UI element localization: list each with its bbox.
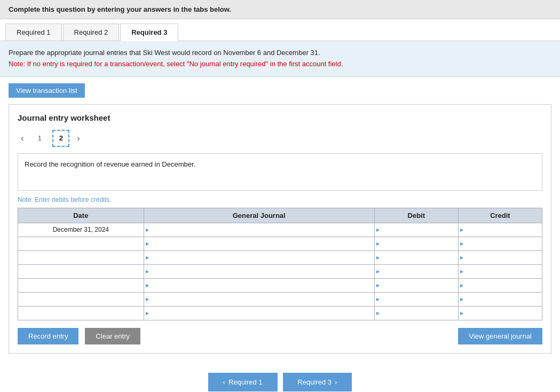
gj-arrow-icon-4: ▶ [146, 283, 149, 288]
debit-cell-4[interactable]: ▶ [374, 278, 458, 292]
gj-input-cell-0[interactable]: ▶ [144, 223, 374, 237]
credit-cell-0[interactable]: ▶ [458, 223, 542, 237]
gj-arrow-icon-3: ▶ [146, 269, 149, 274]
gj-input-cell-2[interactable]: ▶ [144, 250, 374, 264]
gj-input-6[interactable] [144, 307, 374, 320]
credit-input-4[interactable] [459, 279, 542, 292]
debit-arrow-icon-1: ▶ [376, 241, 380, 246]
debit-cell-2[interactable]: ▶ [374, 250, 458, 264]
credit-cell-3[interactable]: ▶ [458, 264, 542, 278]
record-entry-button[interactable]: Record entry [18, 328, 78, 344]
tab-required3[interactable]: Required 3 [120, 23, 178, 41]
journal-worksheet-container: Journal entry worksheet ‹ 1 2 › Record t… [9, 104, 551, 354]
credit-input-2[interactable] [459, 251, 542, 264]
col-header-date: Date [18, 208, 144, 223]
bottom-nav: ‹ Required 1 Required 3 › [0, 364, 560, 392]
debit-arrow-icon-0: ▶ [376, 228, 380, 232]
table-row: ▶▶▶ [18, 306, 542, 320]
table-row: ▶▶▶ [18, 278, 542, 292]
description-box: Record the recognition of revenue earned… [18, 153, 542, 191]
nav-prev-label: Required 1 [228, 378, 263, 386]
credit-cell-1[interactable]: ▶ [458, 237, 542, 250]
gj-arrow-icon-0: ▶ [146, 228, 149, 232]
credit-cell-4[interactable]: ▶ [458, 278, 542, 292]
instruction-main-text: Prepare the appropriate journal entries … [9, 49, 320, 57]
view-transaction-button[interactable]: View transaction list [9, 83, 85, 98]
date-cell-6 [18, 306, 144, 320]
credit-cell-6[interactable]: ▶ [458, 306, 542, 320]
gj-input-5[interactable] [144, 293, 374, 306]
chevron-left-icon: ‹ [223, 378, 225, 386]
button-row: Record entry Clear entry View general jo… [18, 328, 542, 344]
debit-arrow-icon-6: ▶ [376, 311, 380, 316]
col-header-general-journal: General Journal [144, 208, 374, 223]
gj-arrow-icon-2: ▶ [146, 255, 149, 260]
debit-cell-6[interactable]: ▶ [374, 306, 458, 320]
worksheet-title: Journal entry worksheet [18, 113, 542, 122]
date-cell-3 [18, 264, 144, 278]
credit-cell-2[interactable]: ▶ [458, 250, 542, 264]
gj-input-2[interactable] [144, 251, 374, 264]
gj-input-0[interactable] [144, 223, 374, 237]
credit-arrow-icon-4: ▶ [460, 283, 463, 288]
debit-input-2[interactable] [375, 251, 458, 264]
nav-prev-button[interactable]: ‹ Required 1 [208, 373, 278, 391]
credit-arrow-icon-2: ▶ [460, 255, 463, 260]
table-row: ▶▶▶ [18, 237, 542, 250]
table-row: ▶▶▶ [18, 250, 542, 264]
page-2-button[interactable]: 2 [52, 130, 69, 147]
instruction-text: Complete this question by entering your … [9, 5, 231, 13]
debit-input-1[interactable] [375, 237, 458, 250]
credit-arrow-icon-5: ▶ [460, 297, 463, 302]
debit-input-5[interactable] [375, 293, 458, 306]
debit-arrow-icon-4: ▶ [376, 283, 380, 288]
gj-input-1[interactable] [144, 237, 374, 250]
credit-input-3[interactable] [459, 265, 542, 278]
debit-cell-5[interactable]: ▶ [374, 292, 458, 306]
gj-input-4[interactable] [144, 279, 374, 292]
debit-input-3[interactable] [375, 265, 458, 278]
credit-arrow-icon-0: ▶ [460, 228, 463, 232]
debits-note: Note: Enter debits before credits. [18, 196, 542, 203]
debit-input-0[interactable] [375, 223, 458, 237]
table-row: ▶▶▶ [18, 292, 542, 306]
debit-cell-3[interactable]: ▶ [374, 264, 458, 278]
nav-next-button[interactable]: Required 3 › [283, 373, 352, 391]
clear-entry-button[interactable]: Clear entry [85, 328, 140, 344]
gj-arrow-icon-6: ▶ [146, 311, 149, 316]
tab-required2[interactable]: Required 2 [63, 23, 120, 41]
chevron-right-icon: › [335, 378, 337, 386]
table-row: December 31, 2024▶▶▶ [18, 223, 542, 237]
journal-table: Date General Journal Debit Credit Decemb… [18, 208, 542, 320]
credit-input-5[interactable] [459, 293, 542, 306]
gj-input-cell-3[interactable]: ▶ [144, 264, 374, 278]
next-page-button[interactable]: › [74, 132, 83, 144]
gj-input-cell-4[interactable]: ▶ [144, 278, 374, 292]
debit-arrow-icon-3: ▶ [376, 269, 380, 274]
description-text: Record the recognition of revenue earned… [25, 160, 195, 168]
instruction-note: Note: If no entry is required for a tran… [9, 60, 343, 68]
prev-page-button[interactable]: ‹ [18, 132, 27, 144]
date-cell-4 [18, 278, 144, 292]
col-header-credit: Credit [458, 208, 542, 223]
tab-required1[interactable]: Required 1 [5, 23, 62, 41]
date-cell-1 [18, 237, 144, 250]
credit-arrow-icon-1: ▶ [460, 241, 463, 246]
gj-input-cell-1[interactable]: ▶ [144, 237, 374, 250]
debit-input-6[interactable] [375, 307, 458, 320]
debit-input-4[interactable] [375, 279, 458, 292]
instruction-box: Prepare the appropriate journal entries … [0, 41, 560, 77]
gj-input-cell-5[interactable]: ▶ [144, 292, 374, 306]
col-header-debit: Debit [374, 208, 458, 223]
page-1-button[interactable]: 1 [31, 130, 48, 147]
gj-input-3[interactable] [144, 265, 374, 278]
credit-input-6[interactable] [459, 307, 542, 320]
date-cell-0: December 31, 2024 [18, 223, 144, 237]
credit-input-0[interactable] [459, 223, 542, 237]
debit-cell-1[interactable]: ▶ [374, 237, 458, 250]
debit-cell-0[interactable]: ▶ [374, 223, 458, 237]
view-general-journal-button[interactable]: View general journal [458, 328, 542, 344]
gj-input-cell-6[interactable]: ▶ [144, 306, 374, 320]
credit-cell-5[interactable]: ▶ [458, 292, 542, 306]
credit-input-1[interactable] [459, 237, 542, 250]
